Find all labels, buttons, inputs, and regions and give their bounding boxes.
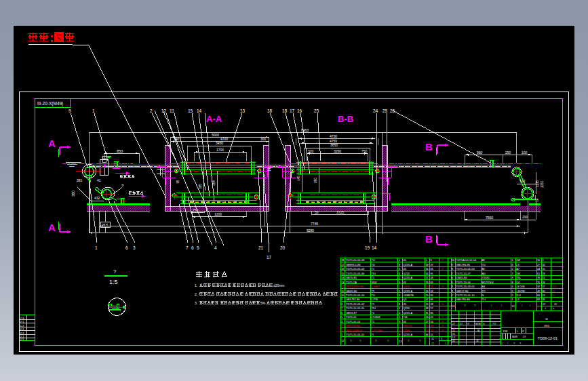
svg-text:TD75-20-05-04: TD75-20-05-04 — [346, 267, 365, 270]
svg-text:145: 145 — [268, 166, 271, 172]
svg-text:22: 22 — [431, 342, 434, 345]
svg-text:18: 18 — [341, 259, 344, 262]
svg-text:GB5782-86: GB5782-86 — [346, 298, 360, 301]
svg-text:!: ! — [501, 304, 502, 308]
svg-text:22: 22 — [431, 329, 433, 332]
svg-text:32: 32 — [537, 285, 540, 288]
svg-text:LJTB: LJTB — [372, 298, 378, 301]
svg-text:25: 25 — [383, 108, 388, 113]
svg-text:5: 5 — [197, 245, 199, 250]
svg-text:2.1: 2.1 — [20, 320, 24, 323]
svg-text:86: 86 — [431, 312, 433, 315]
svg-text:2LV: 2LV — [516, 294, 521, 297]
svg-text:5: 5 — [512, 294, 513, 297]
svg-text:960: 960 — [477, 151, 483, 155]
svg-text:L1: L1 — [452, 336, 455, 339]
svg-text:45: 45 — [404, 302, 407, 306]
svg-text:1: 1 — [441, 338, 442, 340]
svg-text:44: 44 — [537, 268, 540, 270]
svg-text:3: 3 — [399, 294, 400, 297]
svg-text:L9: L9 — [523, 336, 526, 338]
svg-text:12: 12 — [543, 303, 545, 306]
svg-text:24: 24 — [452, 304, 455, 308]
svg-text:9280: 9280 — [307, 228, 314, 233]
svg-text:4: 4 — [512, 285, 513, 288]
svg-text:I30X: I30X — [372, 281, 378, 284]
svg-text:31: 31 — [426, 268, 429, 270]
svg-text:510: 510 — [520, 179, 526, 183]
svg-text:LJGB?: LJGB? — [372, 285, 380, 288]
svg-text:44: 44 — [426, 273, 429, 275]
svg-text:31: 31 — [431, 290, 433, 293]
svg-text:12: 12 — [161, 108, 167, 113]
svg-text:2: 2 — [512, 268, 513, 270]
svg-text:+8.5X6: +8.5X6 — [516, 285, 526, 288]
svg-text:TD75-20-03-05: TD75-20-03-05 — [456, 285, 475, 288]
svg-text:57: 57 — [543, 285, 545, 288]
svg-text:Q4: Q4 — [516, 281, 520, 284]
svg-text:?: ? — [121, 184, 124, 188]
svg-text:9: 9 — [452, 264, 453, 266]
svg-text:53: 53 — [426, 329, 429, 332]
svg-text:27: 27 — [460, 323, 463, 325]
svg-text:t7: t7 — [467, 323, 469, 325]
svg-text:?: ? — [474, 304, 476, 308]
svg-text:?: ? — [545, 308, 546, 310]
svg-text:T1: T1 — [372, 289, 375, 293]
svg-text:21: 21 — [258, 245, 264, 250]
svg-text:X: X — [442, 324, 444, 327]
svg-text:3725: 3725 — [336, 210, 344, 214]
svg-text:TU: TU — [372, 294, 375, 297]
svg-text:J1: J1 — [476, 340, 479, 342]
svg-text:?: ? — [113, 268, 117, 275]
svg-text:45: 45 — [404, 320, 407, 323]
svg-text:GB70-85: GB70-85 — [346, 276, 357, 279]
svg-text:2: 2 — [445, 342, 446, 345]
svg-text:100: 100 — [522, 151, 528, 155]
svg-text:9: 9 — [543, 259, 544, 262]
svg-text:6: 6 — [399, 307, 400, 310]
svg-text:A7: A7 — [516, 267, 520, 270]
svg-text:5: 5 — [426, 259, 427, 262]
svg-text:4: 4 — [399, 312, 400, 315]
svg-text:66: 66 — [431, 268, 433, 270]
svg-text:5%: 5% — [260, 301, 266, 305]
svg-text:?: ? — [350, 340, 352, 343]
svg-text:1.2: 1.2 — [20, 324, 24, 327]
svg-text:32: 32 — [543, 264, 545, 266]
svg-text:Q1: Q1 — [404, 298, 408, 301]
svg-text:3: 3 — [341, 325, 342, 327]
svg-text:3: 3 — [399, 334, 400, 336]
svg-text:4: 4 — [214, 245, 217, 250]
svg-text:M7M: M7M — [475, 323, 481, 325]
svg-text:X: X — [442, 285, 444, 288]
svg-text:27: 27 — [537, 264, 540, 266]
svg-text:7: 7 — [186, 245, 189, 250]
svg-text:11: 11 — [545, 317, 549, 321]
svg-text:750: 750 — [361, 149, 368, 153]
svg-text:X: X — [442, 267, 444, 270]
svg-text:42: 42 — [426, 298, 429, 301]
svg-text:A-A: A-A — [206, 114, 222, 124]
svg-text:5000: 5000 — [212, 133, 219, 137]
svg-text:TU: TU — [372, 258, 375, 262]
svg-text:24: 24 — [373, 108, 378, 113]
svg-text:66: 66 — [537, 294, 540, 297]
svg-text:81: 81 — [426, 312, 429, 315]
svg-text:TD75-05-01: TD75-05-01 — [346, 320, 361, 323]
svg-text:TD75-20: TD75-20 — [346, 315, 357, 319]
svg-text:1.: 1. — [195, 283, 197, 287]
svg-text:34: 34 — [543, 281, 545, 284]
svg-text:3: 3 — [452, 290, 453, 293]
svg-text:Q235-A: Q235-A — [404, 311, 413, 315]
svg-text:Q235: Q235 — [404, 285, 411, 288]
svg-text:6: 6 — [341, 312, 342, 315]
svg-text:13: 13 — [341, 281, 344, 284]
svg-text:380: 380 — [71, 190, 75, 197]
svg-text:9: 9 — [399, 281, 400, 284]
svg-text:A: A — [48, 222, 56, 233]
svg-text:GB41-86: GB41-86 — [346, 289, 357, 293]
svg-text:68: 68 — [426, 307, 429, 310]
svg-text:11: 11 — [452, 340, 455, 342]
svg-text:TD75-20-05-08: TD75-20-05-08 — [346, 258, 365, 262]
